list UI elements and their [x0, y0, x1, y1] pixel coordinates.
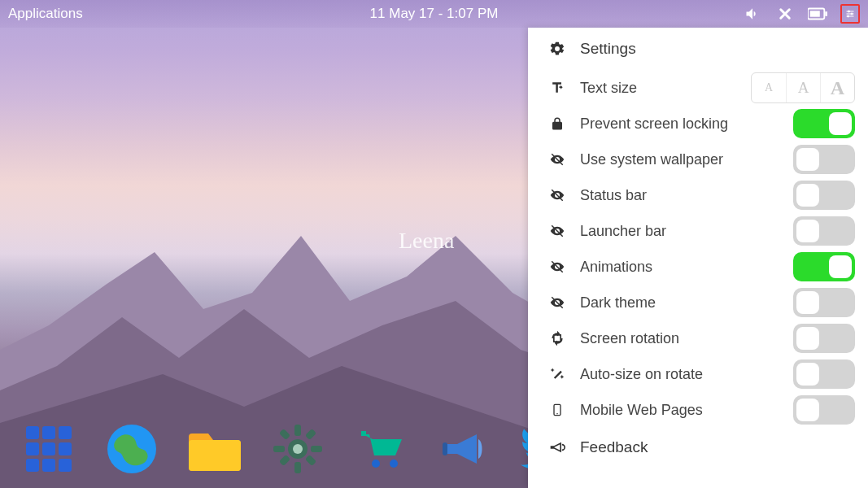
svg-rect-29	[361, 431, 366, 436]
text-size-medium[interactable]: A	[786, 73, 820, 102]
launcher-dock	[20, 420, 576, 478]
megaphone-icon	[546, 439, 569, 455]
svg-rect-27	[279, 455, 290, 466]
row-animations: Animations	[528, 249, 868, 285]
wand-icon	[546, 366, 569, 382]
svg-rect-16	[42, 459, 55, 472]
gear-icon	[546, 41, 569, 57]
settings-header: Settings	[528, 28, 868, 70]
eye-off-icon	[546, 295, 569, 310]
cart-icon[interactable]	[351, 420, 410, 478]
feedback-label: Feedback	[580, 438, 855, 456]
svg-rect-17	[59, 459, 72, 472]
row-text-size-label: Text size	[580, 80, 751, 97]
svg-point-4	[848, 11, 850, 12]
row-status-bar-label: Status bar	[580, 187, 793, 204]
row-text-size: Text size A A A	[528, 70, 868, 106]
eye-off-icon	[546, 152, 569, 167]
row-status-bar: Status bar	[528, 177, 868, 213]
volume-icon[interactable]	[743, 4, 762, 24]
close-icon[interactable]	[775, 4, 795, 24]
svg-rect-2	[810, 11, 820, 16]
watermark-text: Leena	[399, 228, 454, 254]
apps-grid-icon[interactable]	[20, 420, 78, 478]
text-size-large[interactable]: A	[820, 73, 854, 102]
eye-off-icon	[546, 259, 569, 274]
applications-menu[interactable]: Applications	[8, 6, 83, 22]
svg-rect-11	[59, 426, 72, 439]
svg-rect-26	[305, 429, 316, 440]
row-mobile-web: Mobile Web Pages	[528, 392, 868, 428]
svg-point-8	[848, 15, 849, 17]
row-system-wallpaper-label: Use system wallpaper	[580, 151, 793, 168]
svg-point-30	[372, 460, 380, 468]
toggle-status-bar[interactable]	[793, 181, 855, 210]
gear-icon[interactable]	[268, 420, 327, 478]
svg-rect-24	[279, 429, 290, 440]
rotate-icon	[546, 330, 569, 346]
row-dark-theme: Dark theme	[528, 285, 868, 320]
settings-header-label: Settings	[580, 40, 855, 58]
svg-rect-21	[294, 462, 301, 473]
eye-off-icon	[546, 188, 569, 203]
row-screen-rotation: Screen rotation	[528, 320, 868, 356]
toggle-animations[interactable]	[793, 252, 855, 281]
eye-off-icon	[546, 224, 569, 238]
system-tray	[743, 4, 860, 24]
row-prevent-lock: Prevent screen locking	[528, 106, 868, 142]
row-launcher-bar: Launcher bar	[528, 213, 868, 249]
mobile-icon	[546, 401, 569, 419]
clock-datetime: 11 May 17 - 1:07 PM	[370, 6, 499, 22]
svg-rect-10	[42, 426, 55, 439]
row-mobile-web-label: Mobile Web Pages	[580, 402, 793, 419]
text-size-icon	[546, 80, 569, 96]
svg-point-6	[851, 13, 853, 15]
toggle-launcher-bar[interactable]	[793, 216, 855, 246]
svg-point-28	[293, 444, 303, 454]
toggle-dark-theme[interactable]	[793, 288, 855, 317]
text-size-small[interactable]: A	[752, 73, 786, 102]
text-size-selector[interactable]: A A A	[751, 72, 855, 103]
toggle-mobile-web[interactable]	[793, 395, 855, 425]
row-launcher-bar-label: Launcher bar	[580, 223, 793, 240]
settings-panel: Settings Text size A A A Prevent screen …	[528, 28, 868, 488]
svg-point-31	[390, 460, 398, 468]
settings-sliders-icon[interactable]	[840, 4, 860, 24]
lock-icon	[546, 115, 569, 132]
row-system-wallpaper: Use system wallpaper	[528, 142, 868, 177]
svg-rect-20	[294, 425, 301, 436]
row-animations-label: Animations	[580, 259, 793, 276]
toggle-system-wallpaper[interactable]	[793, 145, 855, 174]
globe-icon[interactable]	[103, 420, 161, 478]
svg-rect-25	[305, 455, 316, 466]
svg-rect-22	[273, 446, 285, 452]
toggle-prevent-lock[interactable]	[793, 109, 855, 138]
row-dark-theme-label: Dark theme	[580, 294, 793, 312]
feedback-header[interactable]: Feedback	[528, 428, 868, 467]
svg-rect-9	[26, 426, 39, 439]
svg-rect-32	[443, 442, 447, 455]
toggle-screen-rotation[interactable]	[793, 324, 855, 353]
battery-icon[interactable]	[808, 4, 827, 24]
row-autosize-rotate-label: Auto-size on rotate	[580, 366, 793, 383]
row-screen-rotation-label: Screen rotation	[580, 330, 793, 347]
toggle-autosize-rotate[interactable]	[793, 359, 855, 389]
svg-rect-23	[311, 446, 322, 452]
row-prevent-lock-label: Prevent screen locking	[580, 115, 793, 133]
megaphone-icon[interactable]	[434, 420, 493, 478]
svg-rect-1	[825, 11, 827, 16]
svg-rect-15	[26, 459, 39, 472]
top-status-bar: Applications 11 May 17 - 1:07 PM	[0, 0, 868, 28]
folder-icon[interactable]	[185, 420, 244, 478]
svg-rect-14	[59, 442, 72, 455]
svg-rect-13	[42, 442, 55, 455]
svg-rect-12	[26, 442, 39, 455]
row-autosize-rotate: Auto-size on rotate	[528, 356, 868, 392]
